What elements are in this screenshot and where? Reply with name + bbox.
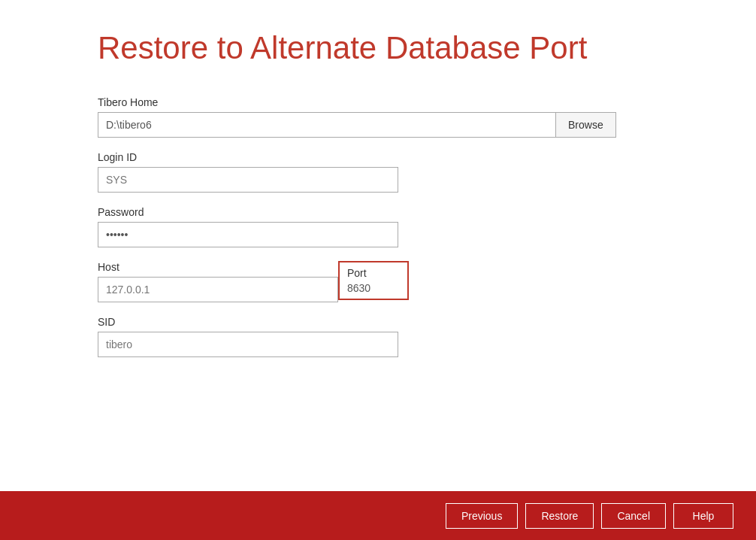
password-group: Password bbox=[98, 206, 658, 247]
tibero-home-label: Tibero Home bbox=[98, 96, 658, 108]
sid-input[interactable] bbox=[98, 332, 398, 357]
sid-group: SID bbox=[98, 316, 658, 357]
footer: Previous Restore Cancel Help bbox=[0, 491, 756, 540]
cancel-button[interactable]: Cancel bbox=[601, 503, 666, 529]
host-label: Host bbox=[98, 261, 338, 273]
main-content: Restore to Alternate Database Port Tiber… bbox=[0, 0, 756, 491]
port-label: Port bbox=[347, 267, 400, 279]
host-input[interactable] bbox=[98, 277, 338, 302]
page-title: Restore to Alternate Database Port bbox=[98, 30, 658, 66]
login-id-input[interactable] bbox=[98, 167, 398, 193]
password-label: Password bbox=[98, 206, 658, 218]
tibero-home-group: Tibero Home Browse bbox=[98, 96, 658, 138]
password-input[interactable] bbox=[98, 222, 398, 247]
port-container: Port bbox=[338, 261, 409, 300]
previous-button[interactable]: Previous bbox=[446, 503, 518, 529]
help-button[interactable]: Help bbox=[673, 503, 733, 529]
browse-button[interactable]: Browse bbox=[556, 112, 616, 138]
login-id-group: Login ID bbox=[98, 151, 658, 193]
host-group: Host bbox=[98, 261, 338, 302]
port-input[interactable] bbox=[347, 282, 400, 294]
sid-label: SID bbox=[98, 316, 658, 328]
tibero-home-row: Browse bbox=[98, 112, 658, 138]
restore-button[interactable]: Restore bbox=[525, 503, 594, 529]
login-id-label: Login ID bbox=[98, 151, 658, 163]
host-port-group: Host Port bbox=[98, 261, 658, 302]
tibero-home-input[interactable] bbox=[98, 112, 556, 138]
